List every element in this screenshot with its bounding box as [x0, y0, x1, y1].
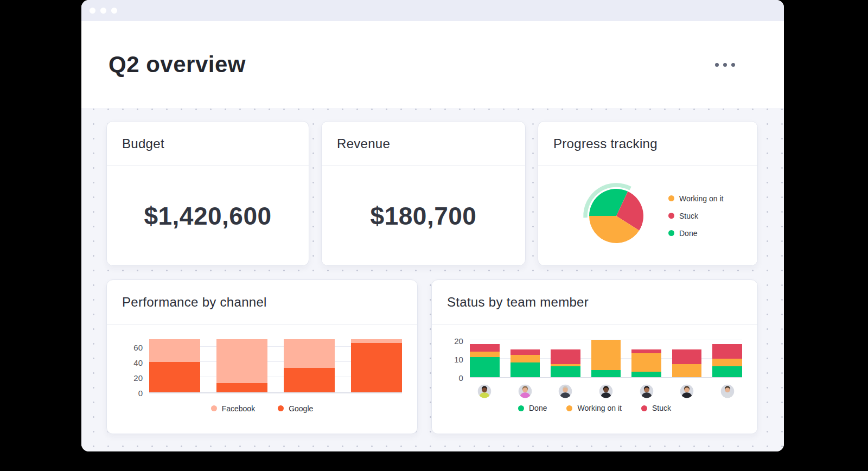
legend-dot-stuck: [668, 213, 674, 219]
app-window: Q2 overview Budget $1,420,600 Revenue $1…: [81, 0, 784, 451]
legend-dot-done: [518, 405, 524, 411]
pie-legend: Working on itStuckDone: [668, 194, 723, 238]
avatar-photo-7: [720, 384, 735, 398]
bar-segment-facebook[interactable]: [216, 339, 267, 383]
legend-label: Stuck: [679, 212, 698, 220]
bar-segment-google[interactable]: [216, 383, 267, 392]
avatar-member-4: [591, 384, 621, 398]
performance-plot-area: [149, 339, 402, 393]
avatar-member-1: [470, 384, 500, 398]
avatar-photo-4: [599, 384, 613, 398]
dashboard-header: Q2 overview: [81, 21, 784, 108]
bar-segment-working-on-it[interactable]: [712, 359, 742, 366]
legend-label: Google: [289, 404, 313, 413]
avatar-photo-5: [640, 384, 654, 398]
bar-segment-stuck[interactable]: [470, 344, 500, 352]
legend-item-working-on-it[interactable]: Working on it: [668, 194, 723, 203]
bar-segment-google[interactable]: [351, 343, 402, 392]
progress-pie-chart: [582, 181, 651, 251]
bar-segment-stuck[interactable]: [672, 349, 702, 364]
y-tick-label-20: 20: [454, 336, 463, 346]
legend-label: Working on it: [679, 194, 723, 203]
y-tick-label-40: 40: [133, 358, 143, 368]
window-control-dot[interactable]: [100, 8, 106, 14]
bar-member-6[interactable]: [672, 349, 702, 377]
revenue-card-title: Revenue: [337, 136, 390, 151]
legend-dot-stuck: [641, 405, 647, 411]
legend-dot-google: [278, 405, 284, 411]
avatar-member-3: [551, 384, 580, 398]
bar-bar-4[interactable]: [351, 339, 402, 392]
bar-bar-3[interactable]: [284, 339, 335, 392]
window-control-dot[interactable]: [111, 8, 117, 14]
bar-segment-working-on-it[interactable]: [631, 353, 661, 372]
budget-value: $1,420,600: [144, 201, 271, 231]
bar-segment-working-on-it[interactable]: [510, 355, 540, 362]
legend-item-stuck[interactable]: Stuck: [641, 404, 671, 412]
legend-item-working-on-it[interactable]: Working on it: [566, 404, 621, 412]
bar-segment-done[interactable]: [631, 372, 661, 377]
status-chart: 01020: [432, 339, 757, 378]
avatar-member-5: [631, 384, 661, 398]
bar-member-7[interactable]: [712, 344, 742, 377]
window-control-dot[interactable]: [90, 8, 95, 14]
bar-bar-1[interactable]: [149, 339, 200, 392]
bar-member-3[interactable]: [551, 349, 580, 377]
legend-item-done[interactable]: Done: [518, 404, 547, 412]
bar-segment-working-on-it[interactable]: [470, 352, 500, 357]
bar-segment-google[interactable]: [284, 368, 335, 392]
avatar-member-2: [510, 384, 540, 398]
legend-label: Facebook: [222, 404, 255, 413]
bar-member-5[interactable]: [631, 349, 661, 377]
legend-dot-facebook: [211, 405, 217, 411]
legend-item-stuck[interactable]: Stuck: [668, 212, 698, 220]
bar-segment-google[interactable]: [149, 362, 200, 392]
bar-bar-2[interactable]: [216, 339, 267, 392]
bar-segment-done[interactable]: [510, 362, 540, 377]
y-tick-label-20: 20: [133, 373, 143, 383]
bar-segment-done[interactable]: [470, 357, 500, 377]
page-title: Q2 overview: [108, 52, 246, 78]
legend-item-google[interactable]: Google: [278, 404, 313, 413]
legend-dot-done: [668, 230, 674, 236]
budget-card-title: Budget: [122, 136, 164, 151]
bar-segment-done[interactable]: [712, 366, 742, 377]
y-tick-label-10: 10: [454, 355, 463, 365]
bar-member-2[interactable]: [510, 349, 540, 377]
legend-label: Done: [529, 404, 547, 412]
bar-segment-done[interactable]: [551, 366, 580, 377]
status-by-team-member-card: Status by team member 01020 DoneWorking …: [431, 279, 758, 434]
avatar-member-6: [672, 384, 702, 398]
performance-by-channel-card: Performance by channel 0204060 FacebookG…: [106, 279, 418, 434]
status-legend: DoneWorking on itStuck: [432, 404, 757, 412]
budget-card: Budget $1,420,600: [106, 121, 309, 266]
status-y-axis: 01020: [447, 339, 470, 378]
bar-segment-facebook[interactable]: [149, 339, 200, 362]
avatar-photo-6: [680, 384, 694, 398]
legend-item-facebook[interactable]: Facebook: [211, 404, 255, 413]
bar-segment-stuck[interactable]: [510, 349, 540, 355]
window-titlebar: [81, 0, 784, 21]
legend-dot-working-on-it: [566, 405, 572, 411]
y-tick-label-60: 60: [133, 343, 143, 353]
bar-segment-stuck[interactable]: [712, 344, 742, 359]
bar-segment-stuck[interactable]: [631, 349, 661, 353]
revenue-card: Revenue $180,700: [321, 121, 526, 266]
bar-segment-done[interactable]: [591, 370, 621, 378]
bar-segment-working-on-it[interactable]: [591, 340, 621, 370]
bar-segment-working-on-it[interactable]: [672, 364, 702, 377]
bar-segment-stuck[interactable]: [551, 349, 580, 364]
avatar-photo-3: [558, 384, 572, 398]
ellipsis-menu-icon[interactable]: [711, 59, 739, 71]
bar-segment-facebook[interactable]: [351, 339, 402, 343]
legend-item-done[interactable]: Done: [668, 229, 697, 238]
bar-member-4[interactable]: [591, 340, 621, 377]
revenue-card-header: Revenue: [322, 122, 525, 166]
performance-legend: FacebookGoogle: [107, 404, 417, 413]
bars-group: [149, 339, 402, 392]
bar-member-1[interactable]: [470, 344, 500, 377]
bar-segment-facebook[interactable]: [284, 339, 335, 368]
y-tick-label-0: 0: [138, 389, 143, 398]
y-tick-label-0: 0: [459, 373, 463, 383]
bars-group: [470, 340, 742, 377]
